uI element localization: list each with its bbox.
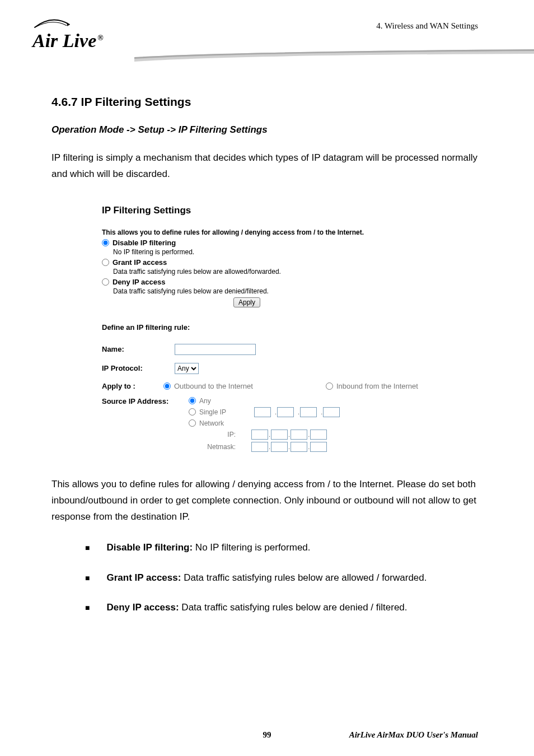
bullet-disable: ■ Disable IP filtering: No IP filtering …: [85, 540, 484, 555]
bullet-mark-icon: ■: [85, 602, 90, 614]
inbound-radio[interactable]: [326, 382, 333, 390]
outbound-radio[interactable]: [163, 382, 171, 390]
mode-disable-desc: No IP filtering is performed.: [113, 248, 449, 256]
src-any-radio[interactable]: [189, 397, 196, 404]
network-mask-row: Netmask: . . .: [201, 442, 343, 452]
protocol-field-row: IP Protocol: Any: [102, 363, 449, 374]
mode-disable-radio[interactable]: [102, 239, 109, 246]
mode-deny-label: Deny IP access: [113, 278, 165, 286]
mode-deny-desc: Data traffic satisfying rules below are …: [113, 287, 449, 295]
brand-name: Air Live®: [32, 30, 104, 52]
src-network-label: Network: [199, 419, 224, 427]
bullet-grant: ■ Grant IP access: Data traffic satisfyi…: [85, 571, 484, 585]
mode-deny-row[interactable]: Deny IP access: [102, 278, 449, 286]
outbound-option[interactable]: Outbound to the Internet: [163, 382, 253, 390]
bullet-mark-icon: ■: [85, 572, 90, 584]
inbound-option[interactable]: Inbound from the Internet: [326, 382, 418, 390]
mode-grant-label: Grant IP access: [113, 258, 167, 267]
network-ip-label: IP:: [201, 431, 236, 438]
applyto-row: Apply to : Outbound to the Internet Inbo…: [102, 382, 449, 390]
protocol-select[interactable]: Any: [175, 363, 199, 374]
mask-octet-2[interactable]: [271, 442, 288, 452]
source-ip-block: Source IP Address: Any Single IP . . .: [102, 397, 449, 454]
bullet-deny-title: Deny IP access:: [106, 602, 179, 613]
header-swoosh: [134, 49, 534, 63]
chapter-label: 4. Wireless and WAN Settings: [376, 21, 478, 31]
mode-disable-row[interactable]: Disable IP filtering: [102, 239, 449, 247]
single-ip-octet-4[interactable]: [323, 407, 340, 417]
name-input[interactable]: [175, 344, 256, 355]
src-network-option[interactable]: Network: [189, 419, 343, 427]
intro-paragraph: IP filtering is simply a mechanism that …: [51, 150, 484, 183]
src-single-radio[interactable]: [189, 408, 196, 416]
src-any-option[interactable]: Any: [189, 397, 343, 405]
src-network-radio[interactable]: [189, 419, 196, 427]
src-single-label: Single IP: [199, 408, 226, 416]
mode-deny-radio[interactable]: [102, 278, 109, 286]
single-ip-octet-3[interactable]: [300, 407, 317, 417]
bullet-disable-title: Disable IP filtering:: [106, 542, 193, 553]
mask-octet-3[interactable]: [291, 442, 307, 452]
apply-button[interactable]: Apply: [233, 297, 260, 307]
bullet-deny: ■ Deny IP access: Data traffic satisfyin…: [85, 600, 484, 615]
brand-logo: Air Live®: [32, 17, 104, 52]
net-ip-octet-3[interactable]: [291, 430, 307, 440]
page-header: Air Live® 4. Wireless and WAN Settings: [0, 0, 534, 67]
outbound-label: Outbound to the Internet: [174, 382, 253, 390]
inbound-label: Inbound from the Internet: [336, 382, 418, 390]
section-heading: 4.6.7 IP Filtering Settings: [51, 95, 484, 109]
mode-grant-radio[interactable]: [102, 259, 109, 266]
source-ip-label: Source IP Address:: [102, 397, 189, 405]
mode-grant-row[interactable]: Grant IP access: [102, 258, 449, 267]
logo-arc-icon: [32, 17, 72, 30]
mode-grant-desc: Data traffic satisfying rules below are …: [113, 268, 449, 276]
net-ip-octet-4[interactable]: [310, 430, 327, 440]
applyto-label: Apply to :: [102, 382, 163, 390]
operation-path: Operation Mode -> Setup -> IP Filtering …: [51, 124, 484, 136]
mask-octet-1[interactable]: [251, 442, 268, 452]
panel-intro: This allows you to define rules for allo…: [102, 228, 449, 236]
network-mask-octets: . . .: [251, 442, 327, 452]
name-label: Name:: [102, 345, 175, 353]
mode-disable-label: Disable IP filtering: [113, 239, 176, 247]
protocol-label: IP Protocol:: [102, 364, 175, 372]
bullet-disable-rest: No IP filtering is performed.: [193, 542, 310, 553]
src-any-label: Any: [199, 397, 211, 405]
bullet-mark-icon: ■: [85, 542, 90, 554]
network-ip-octets: . . .: [251, 430, 327, 440]
bullet-deny-rest: Data traffic satisfying rules below are …: [179, 602, 407, 613]
bullet-grant-rest: Data traffic satisfying rules below are …: [181, 572, 427, 583]
src-single-option[interactable]: Single IP . . .: [189, 407, 343, 417]
mask-octet-4[interactable]: [310, 442, 327, 452]
name-field-row: Name:: [102, 344, 449, 355]
define-rule-heading: Define an IP filtering rule:: [102, 323, 449, 332]
embedded-ui-screenshot: IP Filtering Settings This allows you to…: [102, 205, 449, 454]
page-content: 4.6.7 IP Filtering Settings Operation Mo…: [0, 67, 534, 615]
network-ip-row: IP: . . .: [201, 430, 343, 440]
manual-title: AirLive AirMax DUO User's Manual: [349, 730, 478, 740]
single-ip-octets: . . .: [254, 407, 343, 417]
single-ip-octet-2[interactable]: [277, 407, 294, 417]
bullet-list: ■ Disable IP filtering: No IP filtering …: [85, 540, 484, 615]
net-ip-octet-2[interactable]: [271, 430, 288, 440]
panel-title: IP Filtering Settings: [102, 205, 449, 216]
bullet-grant-title: Grant IP access:: [106, 572, 181, 583]
single-ip-octet-1[interactable]: [254, 407, 271, 417]
network-mask-label: Netmask:: [201, 443, 236, 451]
explanation-paragraph: This allows you to define rules for allo…: [51, 477, 484, 525]
net-ip-octet-1[interactable]: [251, 430, 268, 440]
